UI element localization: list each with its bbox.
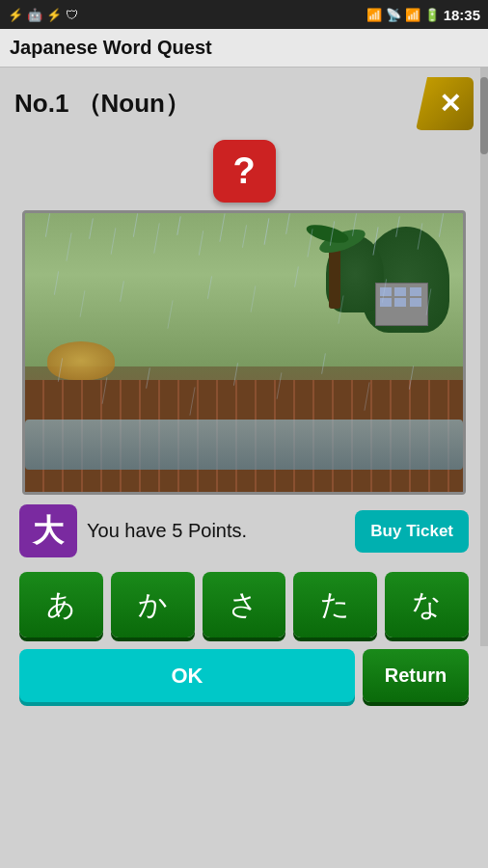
- kanji-symbol: 大: [33, 510, 64, 553]
- status-icons: ⚡ 🤖 ⚡ 🛡: [8, 8, 78, 22]
- hint-button[interactable]: ?: [213, 140, 276, 203]
- kana-button-ta[interactable]: た: [293, 572, 377, 637]
- android-icon: 🤖: [27, 8, 42, 22]
- raindrop: [417, 223, 422, 250]
- close-icon: ✕: [439, 88, 461, 120]
- wifi-icon: 📡: [386, 8, 401, 22]
- raindrop: [338, 295, 343, 324]
- signal-icon: 📶: [405, 8, 420, 22]
- kana-button-na[interactable]: な: [385, 572, 469, 637]
- raindrop: [120, 281, 124, 302]
- raindrop: [189, 387, 195, 416]
- raindrop: [277, 372, 283, 399]
- kanji-button[interactable]: 大: [19, 504, 77, 557]
- raindrop: [176, 216, 180, 235]
- raindrop: [251, 285, 257, 312]
- title-bar: Japanese Word Quest: [0, 29, 488, 68]
- scrollbar-thumb[interactable]: [480, 77, 488, 154]
- usb-icon: ⚡: [8, 8, 23, 22]
- kana-button-ka[interactable]: か: [111, 572, 195, 637]
- raindrop: [382, 279, 387, 303]
- buy-ticket-button[interactable]: Buy Ticket: [355, 510, 469, 553]
- app-title: Japanese Word Quest: [10, 37, 212, 59]
- rain-scene: [25, 213, 463, 492]
- network-icons: 📶 📡 📶 🔋 18:35: [366, 7, 480, 23]
- raindrop: [146, 367, 150, 389]
- image-area: [22, 210, 466, 495]
- raindrop: [439, 213, 444, 237]
- hint-area: ?: [14, 140, 474, 203]
- shield-icon: 🛡: [66, 8, 78, 22]
- raindrop: [101, 377, 107, 404]
- question-header: No.1 （Noun） ✕: [14, 77, 474, 130]
- scrollbar[interactable]: [480, 68, 488, 646]
- points-text: You have 5 Points.: [87, 520, 345, 542]
- points-bar: 大 You have 5 Points. Buy Ticket: [14, 504, 474, 557]
- raindrop: [242, 225, 247, 248]
- raindrop: [351, 213, 356, 236]
- usb2-icon: ⚡: [46, 8, 62, 22]
- raindrop: [167, 300, 173, 329]
- battery-icon: 🔋: [424, 8, 440, 22]
- raindrop: [58, 358, 63, 382]
- raindrop: [198, 231, 203, 256]
- raindrop: [132, 213, 137, 237]
- raindrop: [110, 228, 116, 255]
- raindrop: [365, 382, 370, 411]
- raindrop: [408, 366, 413, 390]
- raindrop: [285, 213, 290, 234]
- raindrop: [425, 288, 431, 315]
- kana-button-a[interactable]: あ: [19, 572, 103, 637]
- return-button[interactable]: Return: [363, 649, 469, 702]
- main-content: No.1 （Noun） ✕ ?: [0, 68, 488, 712]
- raindrop: [67, 232, 72, 261]
- raindrop: [233, 363, 238, 386]
- status-bar: ⚡ 🤖 ⚡ 🛡 📶 📡 📶 🔋 18:35: [0, 0, 488, 29]
- raindrop: [295, 266, 300, 287]
- raindrop: [153, 223, 160, 254]
- raindrop: [45, 213, 50, 237]
- raindrop: [220, 213, 226, 242]
- clock: 18:35: [444, 7, 480, 23]
- rain-container: [25, 213, 463, 492]
- hint-icon: ?: [232, 150, 255, 192]
- close-button[interactable]: ✕: [416, 77, 474, 130]
- action-buttons: OK Return: [14, 649, 474, 702]
- raindrop: [54, 271, 59, 295]
- raindrop: [307, 229, 312, 258]
- raindrop: [263, 218, 269, 245]
- kana-button-sa[interactable]: さ: [203, 572, 286, 637]
- raindrop: [321, 353, 326, 374]
- kana-grid: あ か さ た な: [14, 572, 474, 637]
- raindrop: [395, 216, 400, 237]
- raindrop: [330, 221, 335, 246]
- sim-icon: 📶: [366, 8, 382, 22]
- question-label: No.1 （Noun）: [14, 87, 190, 121]
- ok-button[interactable]: OK: [19, 649, 355, 702]
- raindrop: [89, 218, 94, 239]
- raindrop: [80, 290, 86, 317]
- raindrop: [207, 276, 212, 299]
- raindrop: [373, 227, 379, 256]
